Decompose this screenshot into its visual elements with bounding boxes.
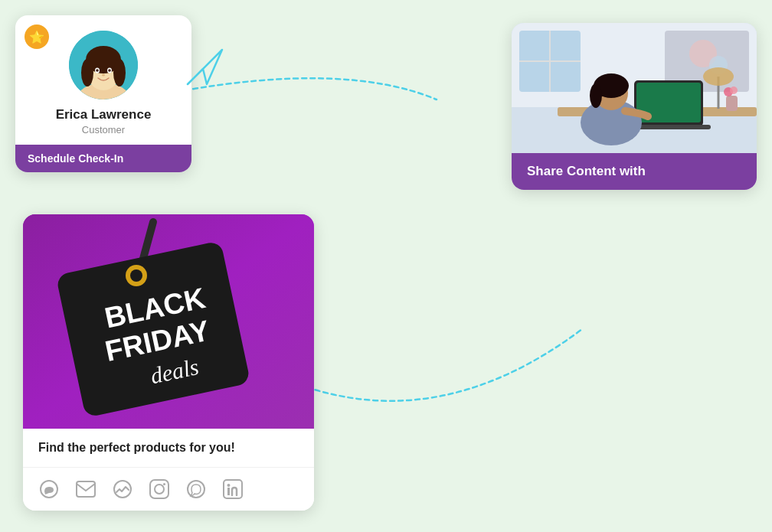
promo-card: BLACK FRIDAY deals Find the perfect prod… <box>23 214 314 511</box>
svg-point-11 <box>96 69 99 72</box>
promo-image: BLACK FRIDAY deals <box>23 214 314 429</box>
paper-plane-icon <box>184 46 226 91</box>
star-badge: ⭐ <box>25 24 49 49</box>
svg-rect-50 <box>227 488 230 495</box>
svg-point-8 <box>113 59 126 86</box>
messenger-icon[interactable] <box>112 478 133 500</box>
email-icon[interactable] <box>75 478 96 500</box>
svg-point-13 <box>102 74 105 77</box>
svg-point-30 <box>730 86 738 94</box>
promo-tagline: Find the perfect products for you! <box>38 441 299 455</box>
profile-role: Customer <box>31 124 176 135</box>
svg-point-27 <box>703 67 734 86</box>
svg-line-1 <box>188 69 203 84</box>
share-content-card: Share Content with <box>512 23 757 190</box>
svg-point-34 <box>590 83 602 108</box>
whatsapp-icon[interactable] <box>185 478 207 500</box>
svg-point-51 <box>227 484 231 487</box>
svg-point-46 <box>155 485 164 494</box>
svg-rect-43 <box>77 481 95 497</box>
social-icons-bar <box>23 467 314 511</box>
content-card-image <box>512 23 757 153</box>
profile-card: ⭐ <box>15 15 191 172</box>
svg-rect-28 <box>726 96 738 111</box>
schedule-checkin-button[interactable]: Schedule Check-In <box>15 145 191 172</box>
chat-icon[interactable] <box>38 478 60 500</box>
svg-point-12 <box>108 69 111 72</box>
share-content-label: Share Content with <box>512 153 757 190</box>
svg-rect-45 <box>150 480 168 498</box>
profile-name: Erica Lawrence <box>31 107 176 122</box>
promo-tagline-section: Find the perfect products for you! <box>23 429 314 467</box>
svg-point-48 <box>188 481 204 498</box>
svg-point-38 <box>130 269 142 282</box>
instagram-icon[interactable] <box>149 478 170 500</box>
svg-point-7 <box>81 59 93 86</box>
linkedin-icon[interactable] <box>222 478 244 500</box>
avatar <box>69 31 138 100</box>
svg-point-47 <box>163 483 165 485</box>
